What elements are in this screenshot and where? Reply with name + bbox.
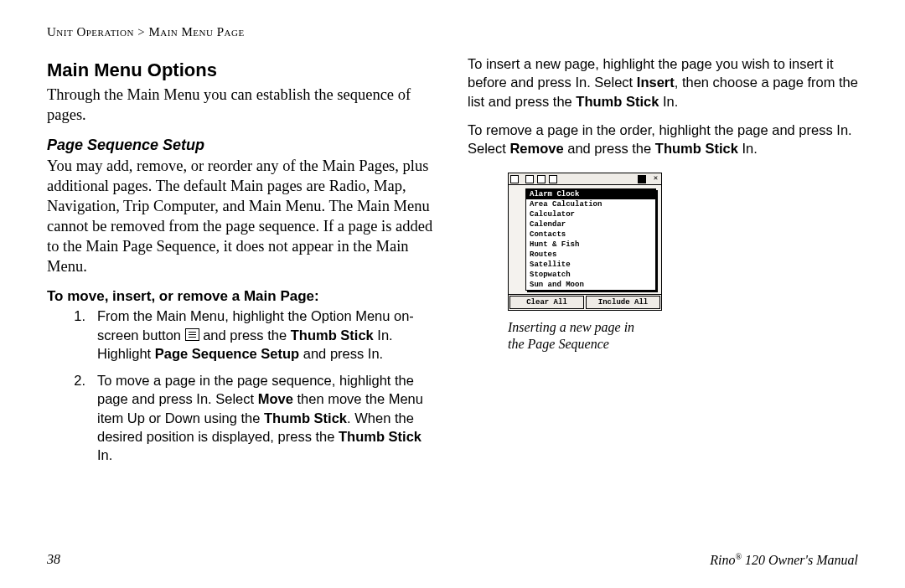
step-body: To move a page in the page sequence, hig… — [97, 371, 437, 464]
intro-paragraph: Through the Main Menu you can establish … — [47, 85, 437, 125]
breadcrumb-page: Main Menu Page — [148, 25, 244, 39]
list-item: 1. From the Main Menu, highlight the Opt… — [47, 307, 437, 363]
figure-caption: Inserting a new page in the Page Sequenc… — [508, 319, 858, 353]
popup-item-selected: Alarm Clock — [526, 189, 655, 199]
close-icon: ✕ — [652, 175, 659, 183]
page-footer: 38 Rino® 120 Owner's Manual — [47, 552, 858, 568]
popup-item: Hunt & Fish — [526, 240, 655, 250]
remove-paragraph: To remove a page in the order, highlight… — [468, 121, 858, 158]
manual-title: Rino® 120 Owner's Manual — [710, 552, 858, 568]
step-body: From the Main Menu, highlight the Option… — [97, 307, 437, 363]
right-column: To insert a new page, highlight the page… — [468, 54, 858, 473]
popup-list: Alarm Clock Area Calculation Calculator … — [525, 188, 656, 291]
breadcrumb-sep: > — [134, 25, 148, 39]
popup-item: Stopwatch — [526, 270, 655, 280]
step-number: 2. — [47, 371, 97, 464]
step-number: 1. — [47, 307, 97, 363]
step-list: 1. From the Main Menu, highlight the Opt… — [47, 307, 437, 464]
insert-paragraph: To insert a new page, highlight the page… — [468, 54, 858, 111]
include-all-button: Include All — [586, 296, 660, 309]
sub-heading: Page Sequence Setup — [47, 137, 437, 154]
option-menu-icon — [185, 328, 199, 341]
popup-item: Contacts — [526, 230, 655, 240]
popup-item: Satellite — [526, 260, 655, 270]
clear-all-button: Clear All — [509, 296, 584, 309]
device-button-row: Clear All Include All — [509, 294, 661, 310]
main-heading: Main Menu Options — [47, 59, 437, 81]
device-screenshot: ✕ Alarm Clock Area Calculation Calculato… — [508, 173, 662, 311]
list-item: 2. To move a page in the page sequence, … — [47, 371, 437, 464]
popup-item: Area Calculation — [526, 199, 655, 209]
popup-item: Calculator — [526, 209, 655, 219]
popup-item: Calendar — [526, 219, 655, 230]
sub-body: You may add, remove, or reorder any of t… — [47, 156, 437, 276]
step-heading: To move, insert, or remove a Main Page: — [47, 288, 437, 305]
page-number: 38 — [47, 552, 60, 568]
manual-page: Unit Operation > Main Menu Page Main Men… — [0, 0, 905, 588]
figure: ✕ Alarm Clock Area Calculation Calculato… — [508, 173, 858, 353]
device-titlebar: ✕ — [509, 173, 661, 185]
popup-item: Sun and Moon — [526, 280, 655, 290]
breadcrumb-section: Unit Operation — [47, 25, 134, 39]
popup-item: Routes — [526, 250, 655, 260]
left-column: Main Menu Options Through the Main Menu … — [47, 54, 437, 473]
breadcrumb: Unit Operation > Main Menu Page — [47, 25, 858, 39]
